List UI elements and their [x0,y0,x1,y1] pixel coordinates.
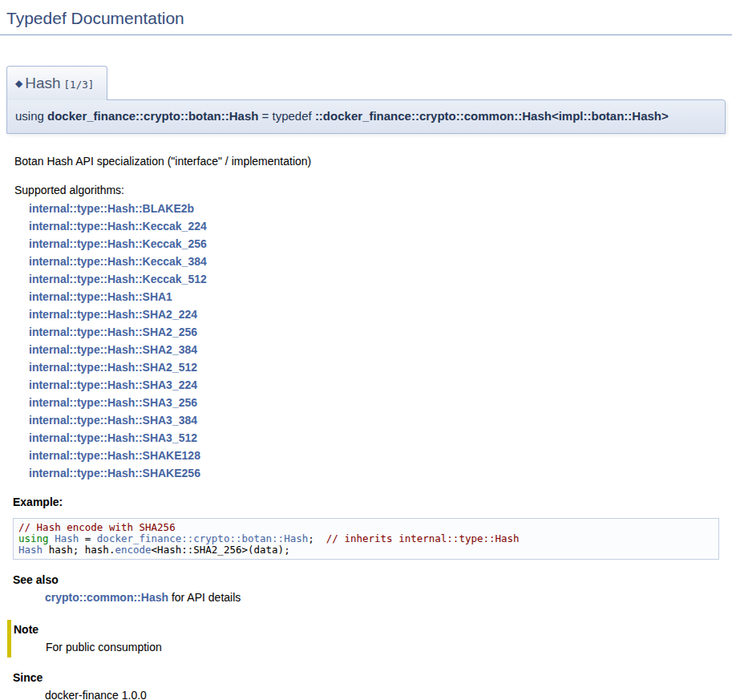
code-link-hash-alias[interactable]: Hash [55,532,79,544]
section-title: Typedef Documentation [0,0,732,35]
algorithm-link[interactable]: internal::type::Hash::SHA3_384 [29,414,197,427]
algorithm-link[interactable]: internal::type::Hash::Keccak_256 [29,237,207,250]
algorithm-link[interactable]: internal::type::Hash::SHAKE128 [29,449,200,462]
note-label: Note [14,621,719,638]
code-text: hash; hash. [42,544,115,556]
algorithm-link[interactable]: internal::type::Hash::SHA3_512 [29,431,197,444]
list-item: internal::type::Hash::SHA2_224 [29,305,719,323]
proto-definition: ::docker_finance::crypto::common::Hash<i… [315,109,669,123]
algorithm-list: internal::type::Hash::BLAKE2b internal::… [29,200,719,482]
see-also-link[interactable]: crypto::common::Hash [45,591,168,604]
member-documentation: Botan Hash API specialization ("interfac… [6,134,726,700]
algorithm-link[interactable]: internal::type::Hash::SHA3_256 [29,396,197,409]
note-section: Note For public consumption [7,620,719,658]
permalink-anchor-icon[interactable]: ◆ [15,78,22,89]
doxygen-content: Typedef Documentation ◆Hash[1/3] using d… [0,0,732,700]
code-text: = [79,532,97,544]
see-also-text: for API details [168,591,241,604]
typedef-hash-member: ◆Hash[1/3] using docker_finance::crypto:… [6,66,726,700]
algorithm-link[interactable]: internal::type::Hash::SHAKE256 [29,467,200,479]
code-line: using Hash = docker_finance::crypto::bot… [18,533,714,544]
since-text: docker-finance 1.0.0 [45,687,719,700]
algorithm-link[interactable]: internal::type::Hash::Keccak_512 [29,273,207,285]
list-item: internal::type::Hash::SHA3_256 [29,394,719,411]
proto-separator: = typedef [258,109,314,123]
list-item: internal::type::Hash::SHA1 [29,288,719,305]
list-item: internal::type::Hash::SHA2_512 [29,358,719,376]
list-item: internal::type::Hash::SHA3_512 [29,429,719,447]
code-link-hash-type[interactable]: Hash [18,544,42,556]
see-also-content: crypto::common::Hash for API details [45,589,719,606]
algorithms-label: Supported algorithms: [14,182,719,199]
code-keyword-using: using [18,532,55,544]
list-item: internal::type::Hash::Keccak_224 [29,217,719,235]
list-item: internal::type::Hash::SHA2_256 [29,323,719,341]
see-also-section: See also crypto::common::Hash for API de… [13,572,719,606]
algorithm-link[interactable]: internal::type::Hash::Keccak_384 [29,255,207,268]
typedef-prototype: using docker_finance::crypto::botan::Has… [6,99,726,134]
list-item: internal::type::Hash::BLAKE2b [29,200,719,217]
code-text: <Hash::SHA2_256>(data); [152,544,290,556]
list-item: internal::type::Hash::Keccak_384 [29,253,719,270]
algorithm-link[interactable]: internal::type::Hash::SHA2_512 [29,361,197,374]
code-line: Hash hash; hash.encode<Hash::SHA2_256>(d… [18,544,714,556]
algorithm-link[interactable]: internal::type::Hash::SHA3_224 [29,378,197,391]
code-link-encode[interactable]: encode [115,544,151,556]
algorithm-link[interactable]: internal::type::Hash::SHA1 [29,290,172,303]
member-title-row: ◆Hash[1/3] [6,66,726,101]
code-text: ; [308,532,326,544]
member-item: using docker_finance::crypto::botan::Has… [6,99,726,700]
since-label: Since [13,670,719,686]
code-comment: // Hash encode with SHA256 [18,521,176,533]
list-item: internal::type::Hash::Keccak_256 [29,235,719,253]
example-label: Example: [13,494,719,511]
note-text: For public consumption [46,639,719,656]
algorithm-link[interactable]: internal::type::Hash::BLAKE2b [29,202,194,215]
proto-typedef-name: docker_finance::crypto::botan::Hash [47,109,258,123]
algorithm-link[interactable]: internal::type::Hash::SHA2_384 [29,343,197,356]
code-fragment: // Hash encode with SHA256 using Hash = … [13,518,719,560]
code-line: // Hash encode with SHA256 [18,522,714,533]
list-item: internal::type::Hash::SHA3_384 [29,411,719,429]
since-section: Since docker-finance 1.0.0 [13,670,719,700]
list-item: internal::type::Hash::Keccak_512 [29,270,719,288]
proto-using-keyword: using [15,109,47,123]
member-title-tab: ◆Hash[1/3] [6,66,107,101]
algorithm-link[interactable]: internal::type::Hash::Keccak_224 [29,220,207,233]
list-item: internal::type::Hash::SHAKE128 [29,447,719,464]
algorithm-link[interactable]: internal::type::Hash::SHA2_256 [29,326,197,338]
member-overload-index: [1/3] [64,79,95,91]
example-section: Example: [13,494,719,511]
code-link-botan-hash[interactable]: docker_finance::crypto::botan::Hash [97,532,308,544]
code-comment: // inherits internal::type::Hash [326,532,520,544]
member-brief: Botan Hash API specialization ("interfac… [14,153,719,170]
see-also-label: See also [13,572,719,589]
member-name: Hash [25,75,60,91]
list-item: internal::type::Hash::SHAKE256 [29,464,719,482]
list-item: internal::type::Hash::SHA2_384 [29,341,719,358]
list-item: internal::type::Hash::SHA3_224 [29,376,719,394]
algorithm-link[interactable]: internal::type::Hash::SHA2_224 [29,308,197,321]
